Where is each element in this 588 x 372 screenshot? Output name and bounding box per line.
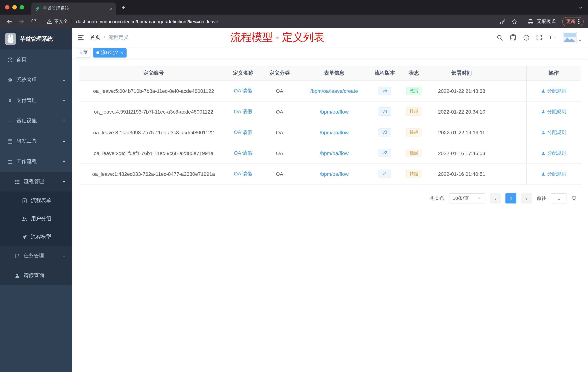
browser-window: 芋道管理系统 × + 不安全 dashboard.yudao.iocoder.c…: [0, 0, 588, 372]
password-key-icon[interactable]: [500, 18, 506, 25]
sidebar-item-label: 研发工具: [16, 138, 37, 144]
user-icon: [15, 273, 20, 278]
tag-process-definition[interactable]: 流程定义 ×: [93, 48, 126, 57]
form-link[interactable]: /bpm/oa/flow: [320, 150, 349, 156]
form-link[interactable]: /bpm/oa/flow: [320, 129, 349, 135]
sidebar-item-task-management[interactable]: 任务管理: [0, 246, 72, 266]
sidebar-toggle-button[interactable]: [72, 34, 90, 40]
version-badge[interactable]: v2: [378, 149, 391, 157]
sidebar-item-system[interactable]: 系统管理: [0, 70, 72, 90]
user-icon: [541, 130, 546, 134]
assign-rule-link[interactable]: 分配规则: [541, 108, 566, 115]
sidebar-item-process-model[interactable]: 流程模型: [0, 228, 72, 246]
column-header: 流程版本: [368, 66, 402, 80]
assign-rule-link[interactable]: 分配规则: [541, 150, 566, 156]
security-warning[interactable]: 不安全: [47, 18, 68, 25]
briefcase-icon: [7, 159, 13, 164]
definition-name-link[interactable]: OA 请假: [234, 108, 252, 114]
definition-category: OA: [258, 101, 301, 122]
tab-close-icon[interactable]: ×: [110, 6, 113, 11]
sidebar-item-label: 流程管理: [24, 178, 44, 185]
assign-rule-link[interactable]: 分配规则: [541, 88, 566, 94]
definition-id: oa_leave:5:004b710b-7b8a-11ec-8ef0-acde4…: [79, 80, 228, 101]
tag-close-icon[interactable]: ×: [120, 50, 123, 55]
form-link[interactable]: /bpm/oa/flow: [320, 171, 349, 177]
definition-name-link[interactable]: OA 请假: [234, 150, 252, 156]
form-link[interactable]: /bpm/oa/flow: [320, 109, 349, 114]
definition-name-link[interactable]: OA 请假: [234, 129, 252, 135]
spacer-cell: [497, 122, 526, 143]
breadcrumb-home[interactable]: 首页: [90, 34, 100, 41]
assign-rule-link[interactable]: 分配规则: [541, 171, 566, 177]
chevron-down-icon: [62, 254, 66, 258]
toolbox-icon: [7, 139, 13, 144]
sidebar-item-leave-query[interactable]: 请假查询: [0, 266, 72, 285]
new-tab-button[interactable]: +: [121, 4, 126, 11]
sidebar-item-devtools[interactable]: 研发工具: [0, 131, 72, 152]
chevron-up-icon: [62, 179, 66, 184]
sidebar-item-user-group[interactable]: 用户分组: [0, 210, 72, 228]
sidebar-item-label: 系统管理: [16, 77, 37, 83]
page-size-select[interactable]: 10条/页: [449, 193, 485, 203]
next-page-button[interactable]: ›: [521, 193, 532, 203]
warning-icon: [47, 19, 52, 24]
zoom-window-button[interactable]: [20, 5, 24, 10]
version-badge[interactable]: v5: [378, 87, 391, 95]
definition-name-link[interactable]: OA 请假: [234, 88, 252, 93]
app-logo-row[interactable]: 芋道管理系统: [0, 28, 72, 50]
bookmark-star-icon[interactable]: [511, 18, 517, 25]
fullscreen-icon[interactable]: [536, 34, 542, 40]
sidebar-item-label: 流程模型: [31, 234, 51, 240]
definition-id: oa_leave:2:3c1f0ef1-76b1-11ec-9c66-a2380…: [79, 143, 228, 164]
tag-label: 流程定义: [101, 50, 118, 56]
tag-home[interactable]: 首页: [76, 48, 91, 57]
sidebar-item-infrastructure[interactable]: 基础设施: [0, 111, 72, 131]
page-title: 流程模型 - 定义列表: [231, 30, 324, 45]
user-avatar-menu[interactable]: [563, 32, 581, 43]
status-tag: 挂起: [406, 149, 422, 157]
top-navbar: 首页 / 流程定义 流程模型 - 定义列表 ? TT: [72, 28, 588, 47]
definition-name-link[interactable]: OA 请假: [234, 171, 252, 176]
browser-tab[interactable]: 芋道管理系统 ×: [31, 2, 116, 15]
paper-plane-icon: [22, 234, 27, 240]
search-icon[interactable]: [497, 34, 503, 41]
svg-text:T: T: [549, 35, 552, 40]
update-button[interactable]: 更新: [562, 17, 584, 26]
browser-tabstrip: 芋道管理系统 × +: [0, 0, 588, 15]
sidebar-item-process-management[interactable]: 流程管理: [0, 172, 72, 191]
definition-id: oa_leave:3:1fad3d93-7b75-11ec-a3c8-acde4…: [79, 122, 228, 143]
deploy-time: 2022-01-22 20:34:10: [426, 101, 497, 122]
version-badge[interactable]: v1: [378, 170, 391, 178]
assign-rule-link[interactable]: 分配规则: [541, 129, 566, 136]
svg-text:?: ?: [525, 36, 527, 40]
back-button[interactable]: [4, 17, 14, 26]
tab-search-icon[interactable]: [578, 5, 583, 11]
prev-page-button[interactable]: ‹: [490, 193, 501, 203]
goto-page-input[interactable]: [551, 193, 567, 203]
reload-button[interactable]: [29, 17, 39, 26]
url-bar[interactable]: 不安全 dashboard.yudao.iocoder.cn/bpm/manag…: [44, 16, 520, 27]
forward-button[interactable]: [17, 17, 26, 26]
tag-label: 首页: [79, 50, 88, 56]
tags-view-bar: 首页 流程定义 ×: [72, 47, 588, 59]
version-badge[interactable]: v4: [378, 108, 391, 116]
table-row: oa_leave:1:482ec033-762a-11ec-8477-a2380…: [79, 164, 581, 184]
pagination: 共 5 条 10条/页 ‹ 1 › 前往 页: [79, 193, 581, 203]
menu-dots-icon[interactable]: [578, 19, 580, 24]
sidebar-item-process-form[interactable]: 流程表单: [0, 191, 72, 210]
form-link[interactable]: /bpm/oa/leave/create: [310, 88, 358, 94]
status-tag: 挂起: [406, 170, 422, 178]
spacer-cell: [497, 143, 526, 164]
github-icon[interactable]: [510, 34, 516, 41]
page-number-button[interactable]: 1: [505, 193, 516, 203]
sidebar-item-home[interactable]: 首页: [0, 50, 72, 70]
sidebar-item-payment[interactable]: ¥ 支付管理: [0, 90, 72, 111]
sidebar-item-workflow[interactable]: 工作流程: [0, 152, 72, 172]
close-window-button[interactable]: [5, 5, 10, 10]
font-size-icon[interactable]: TT: [549, 34, 556, 40]
version-badge[interactable]: v3: [378, 128, 391, 136]
minimize-window-button[interactable]: [12, 5, 17, 10]
tab-favicon-icon: [35, 6, 40, 11]
help-icon[interactable]: ?: [523, 34, 529, 41]
url-text: dashboard.yudao.iocoder.cn/bpm/manager/d…: [76, 19, 218, 24]
